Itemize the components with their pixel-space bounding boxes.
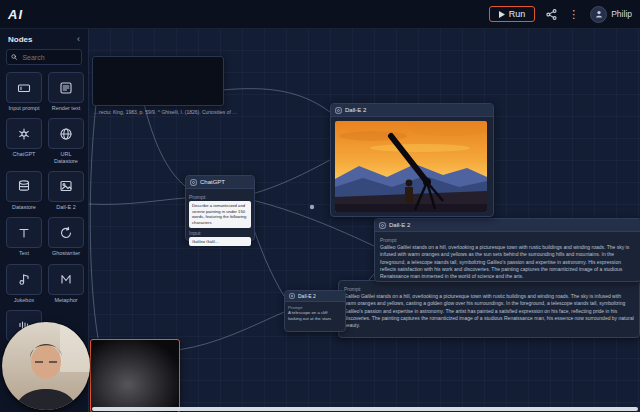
node-title: Dall-E 2 bbox=[389, 222, 410, 228]
chatgpt-node-icon bbox=[190, 179, 197, 186]
palette-item-label: Metaphor bbox=[54, 297, 77, 303]
palette-item-jukebox[interactable]: Jukebox bbox=[6, 264, 42, 303]
palette-item-label: ChatGPT bbox=[13, 151, 36, 157]
node-dalle2-small[interactable]: Dall-E 2 Prompt: A telescope on a cliff … bbox=[284, 290, 346, 332]
prompt-label: Prompt: bbox=[189, 194, 251, 200]
palette-item-label: Datastore bbox=[12, 204, 36, 210]
app-logo: AI bbox=[8, 7, 23, 22]
palette-item-label: URL Datastore bbox=[48, 151, 84, 164]
node-chatgpt[interactable]: ChatGPT Prompt: Describe a romanticized … bbox=[185, 175, 255, 241]
node-header: Dall-E 2 bbox=[331, 104, 493, 117]
url-datastore-icon bbox=[59, 127, 73, 141]
play-icon bbox=[499, 11, 505, 18]
node-palette: Input prompt Render text ChatGPT bbox=[0, 72, 88, 349]
sidebar-collapse-button[interactable]: ‹ bbox=[77, 34, 80, 44]
run-button-label: Run bbox=[509, 9, 526, 19]
metaphor-icon bbox=[59, 272, 73, 286]
palette-item-label: Render text bbox=[52, 105, 80, 111]
app-window: AI Run ⋮ Philip bbox=[0, 0, 640, 412]
node-image-output[interactable] bbox=[92, 56, 224, 106]
tile-box bbox=[6, 217, 42, 248]
node-dalle2-image[interactable]: Dall-E 2 bbox=[330, 103, 494, 217]
palette-item-metaphor[interactable]: Metaphor bbox=[48, 264, 84, 303]
tile-box bbox=[6, 72, 42, 103]
dalle-node-icon bbox=[379, 222, 386, 229]
share-icon bbox=[546, 9, 557, 20]
person-icon bbox=[594, 9, 604, 19]
run-button[interactable]: Run bbox=[489, 6, 536, 22]
prompt-label: Prompt: bbox=[380, 237, 636, 243]
palette-item-render-text[interactable]: Render text bbox=[48, 72, 84, 111]
sidebar-title: Nodes bbox=[8, 35, 32, 44]
node-search[interactable] bbox=[6, 49, 82, 65]
more-options-button[interactable]: ⋮ bbox=[568, 9, 579, 20]
prompt-text[interactable]: Describe a romanticized and serene paint… bbox=[189, 201, 251, 228]
palette-item-chatgpt[interactable]: ChatGPT bbox=[6, 118, 42, 164]
node-header: Dall-E 2 bbox=[285, 291, 345, 302]
node-dalle2-result-2[interactable]: Prompt: Galileo Galilei stands on a hill… bbox=[338, 280, 640, 338]
jukebox-icon bbox=[17, 272, 31, 286]
search-icon bbox=[11, 53, 17, 61]
tile-box bbox=[48, 217, 84, 248]
input-value[interactable]: Galileo Galil… bbox=[189, 237, 251, 247]
palette-item-input-prompt[interactable]: Input prompt bbox=[6, 72, 42, 111]
datastore-icon bbox=[17, 179, 31, 193]
node-title: ChatGPT bbox=[200, 179, 225, 185]
render-text-icon bbox=[59, 81, 73, 95]
tile-box bbox=[48, 171, 84, 202]
node-header: Dall-E 2 bbox=[375, 219, 640, 232]
tile-box bbox=[6, 171, 42, 202]
palette-item-label: Dall-E 2 bbox=[56, 204, 76, 210]
tile-box bbox=[6, 264, 42, 295]
palette-item-ghostwriter[interactable]: Ghostwriter bbox=[48, 217, 84, 256]
webcam-video bbox=[2, 322, 90, 410]
webcam-overlay bbox=[2, 322, 90, 410]
search-input[interactable] bbox=[20, 53, 77, 62]
palette-item-url-datastore[interactable]: URL Datastore bbox=[48, 118, 84, 164]
palette-item-label: Jukebox bbox=[14, 297, 35, 303]
palette-item-label: Ghostwriter bbox=[52, 250, 80, 256]
tile-box bbox=[48, 118, 84, 149]
node-dalle2-result[interactable]: Dall-E 2 Prompt: Galileo Galilei stands … bbox=[374, 218, 640, 282]
tile-box bbox=[6, 118, 42, 149]
palette-item-text[interactable]: Text bbox=[6, 217, 42, 256]
dalle-node-icon bbox=[289, 293, 295, 299]
user-name: Philip bbox=[611, 9, 632, 19]
tile-box bbox=[48, 264, 84, 295]
tile-box bbox=[48, 72, 84, 103]
prompt-text: Galileo Galilei stands on a hill, overlo… bbox=[380, 244, 636, 280]
prompt-label: Prompt: bbox=[344, 286, 634, 292]
share-button[interactable] bbox=[546, 9, 557, 20]
workflow-canvas[interactable]: …rectu: King, 1983, p. 59/9. ^ Ghiselli,… bbox=[88, 28, 640, 412]
user-avatar bbox=[590, 6, 607, 23]
prompt-text: Galileo Galilei stands on a hill, overlo… bbox=[344, 293, 634, 329]
input-prompt-icon bbox=[17, 81, 31, 95]
node-selected-image-output[interactable] bbox=[90, 339, 180, 412]
generated-image-sunset-telescope bbox=[335, 121, 487, 212]
dalle-node-icon bbox=[335, 107, 342, 114]
user-menu[interactable]: Philip bbox=[590, 6, 632, 23]
node-title: Dall-E 2 bbox=[298, 293, 316, 299]
ghostwriter-icon bbox=[59, 226, 73, 240]
palette-item-datastore[interactable]: Datastore bbox=[6, 171, 42, 210]
palette-item-label: Text bbox=[19, 250, 29, 256]
text-icon bbox=[17, 226, 31, 240]
palette-item-label: Input prompt bbox=[9, 105, 40, 111]
prompt-text: A telescope on a cliff looking out at th… bbox=[288, 310, 342, 322]
chatgpt-icon bbox=[17, 127, 31, 141]
node-header: ChatGPT bbox=[186, 176, 254, 189]
dalle-icon bbox=[59, 179, 73, 193]
palette-item-dalle2[interactable]: Dall-E 2 bbox=[48, 171, 84, 210]
input-label: Input: bbox=[189, 230, 251, 236]
kebab-icon: ⋮ bbox=[568, 9, 579, 20]
node-title: Dall-E 2 bbox=[345, 107, 366, 113]
horizontal-scrollbar[interactable] bbox=[92, 407, 638, 411]
reference-text: …rectu: King, 1983, p. 59/9. ^ Ghiselli,… bbox=[94, 109, 256, 116]
top-bar: AI Run ⋮ Philip bbox=[0, 0, 640, 29]
